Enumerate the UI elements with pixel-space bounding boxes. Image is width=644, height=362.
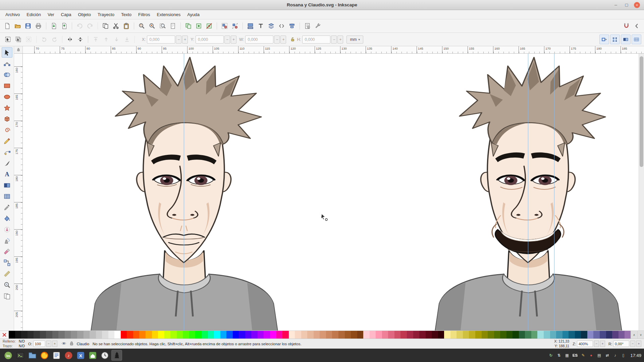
palette-swatch[interactable] [15, 331, 21, 339]
vertical-scrollbar[interactable] [639, 54, 644, 330]
palette-swatch[interactable] [438, 331, 444, 339]
text-editor-launcher[interactable] [51, 350, 62, 361]
palette-swatch[interactable] [146, 331, 152, 339]
palette-swatch[interactable] [513, 331, 519, 339]
palette-swatch[interactable] [77, 331, 84, 339]
palette-swatch[interactable] [600, 331, 606, 339]
palette-swatch[interactable] [625, 331, 631, 339]
scrollbar-thumb[interactable] [640, 56, 643, 167]
palette-swatch[interactable] [245, 331, 252, 339]
unit-selector[interactable]: mm ▾ [346, 36, 363, 44]
home-launcher[interactable] [87, 350, 98, 361]
palette-swatch[interactable] [34, 331, 40, 339]
palette-swatch[interactable] [71, 331, 77, 339]
palette-swatch[interactable] [363, 331, 370, 339]
guide-lock-corner[interactable] [14, 46, 23, 54]
transform-pattern-toggle[interactable] [632, 35, 641, 44]
select-all-button[interactable] [3, 34, 13, 45]
sync-icon[interactable]: ⇅ [555, 351, 562, 359]
palette-swatch[interactable] [394, 331, 401, 339]
dropper-tool[interactable] [2, 202, 12, 213]
palette-swatch[interactable] [258, 331, 264, 339]
pen-tool[interactable] [2, 147, 12, 157]
palette-swatch[interactable] [376, 331, 382, 339]
palette-swatch[interactable] [332, 331, 338, 339]
palette-swatch[interactable] [270, 331, 276, 339]
palette-swatch[interactable] [444, 331, 450, 339]
palette-swatch[interactable] [52, 331, 59, 339]
calligraphy-tool[interactable] [2, 158, 12, 168]
rotation-input[interactable] [613, 341, 629, 347]
x-field[interactable] [147, 36, 175, 44]
palette-swatch[interactable] [251, 331, 258, 339]
lower-to-bottom-button[interactable] [122, 34, 132, 45]
flip-vertical-button[interactable] [75, 34, 86, 45]
palette-swatch[interactable] [419, 331, 426, 339]
pages-tool[interactable] [2, 291, 12, 301]
fill-stroke-indicator[interactable]: Relleno:N/D Trazo:N/D [3, 339, 25, 348]
layers-dialog-button[interactable] [266, 21, 276, 31]
paste-button[interactable] [121, 21, 131, 31]
spin-plus-button[interactable]: + [280, 36, 286, 44]
export-button[interactable] [59, 21, 69, 31]
notes-icon[interactable]: ✎ [579, 351, 587, 359]
palette-swatch[interactable] [164, 331, 171, 339]
palette-swatch[interactable] [550, 331, 556, 339]
spin-plus-button[interactable]: + [337, 36, 343, 44]
palette-swatch[interactable] [276, 331, 283, 339]
palette-swatch[interactable] [494, 331, 500, 339]
duplicate-button[interactable] [183, 21, 194, 31]
palette-swatch[interactable] [569, 331, 575, 339]
rectangle-tool[interactable] [2, 80, 12, 91]
palette-swatch[interactable] [65, 331, 71, 339]
palette-swatch[interactable] [214, 331, 220, 339]
palette-swatch[interactable] [139, 331, 146, 339]
zoom-plus-button[interactable]: + [600, 341, 605, 347]
transform-stroke-toggle[interactable] [599, 35, 609, 44]
firefox-launcher[interactable] [39, 350, 50, 361]
palette-swatch[interactable] [413, 331, 420, 339]
palette-swatch[interactable] [233, 331, 239, 339]
xournal-launcher[interactable]: X [75, 350, 86, 361]
palette-swatch[interactable] [450, 331, 457, 339]
guide-line[interactable] [554, 54, 554, 330]
palette-swatch[interactable] [338, 331, 345, 339]
opacity-input[interactable] [33, 341, 45, 347]
palette-scroll-up-button[interactable]: ∧ [631, 331, 637, 339]
document-properties-button[interactable] [302, 21, 313, 31]
menu-objeto[interactable]: Objeto [75, 10, 94, 19]
snap-toggle-button[interactable] [621, 21, 632, 31]
palette-swatch[interactable] [488, 331, 494, 339]
flip-horizontal-button[interactable] [65, 34, 75, 45]
lower-button[interactable] [111, 34, 122, 45]
star-tool[interactable] [2, 103, 12, 113]
palette-swatch[interactable] [400, 331, 407, 339]
palette-swatch[interactable] [170, 331, 177, 339]
clock[interactable]: 17:49 [630, 353, 641, 358]
text-tool[interactable]: A [2, 169, 12, 179]
palette-swatch[interactable] [612, 331, 619, 339]
palette-swatch[interactable] [152, 331, 158, 339]
print-button[interactable] [33, 21, 44, 31]
menu-filtros[interactable]: Filtros [135, 10, 153, 19]
save-button[interactable] [23, 21, 33, 31]
ungroup-button[interactable] [230, 21, 240, 31]
canvas[interactable] [23, 54, 639, 330]
measure-tool[interactable] [2, 268, 12, 279]
group-button[interactable] [219, 21, 230, 31]
spin-minus-button[interactable]: − [224, 36, 230, 44]
volume-icon[interactable]: ♪ [611, 351, 619, 359]
import-button[interactable] [49, 21, 59, 31]
battery-icon[interactable]: ▯ [620, 351, 627, 359]
palette-swatch[interactable] [307, 331, 314, 339]
palette-swatch[interactable] [301, 331, 308, 339]
menu-capa[interactable]: Capa [58, 10, 75, 19]
node-tool[interactable] [2, 58, 12, 69]
palette-swatch[interactable] [556, 331, 562, 339]
zoom-tool[interactable] [2, 280, 12, 290]
height-field[interactable] [302, 36, 330, 44]
rotate-ccw-button[interactable] [39, 34, 49, 45]
menu-ver[interactable]: Ver [44, 10, 58, 19]
mesh-tool[interactable] [2, 191, 12, 201]
box3d-tool[interactable] [2, 114, 12, 124]
